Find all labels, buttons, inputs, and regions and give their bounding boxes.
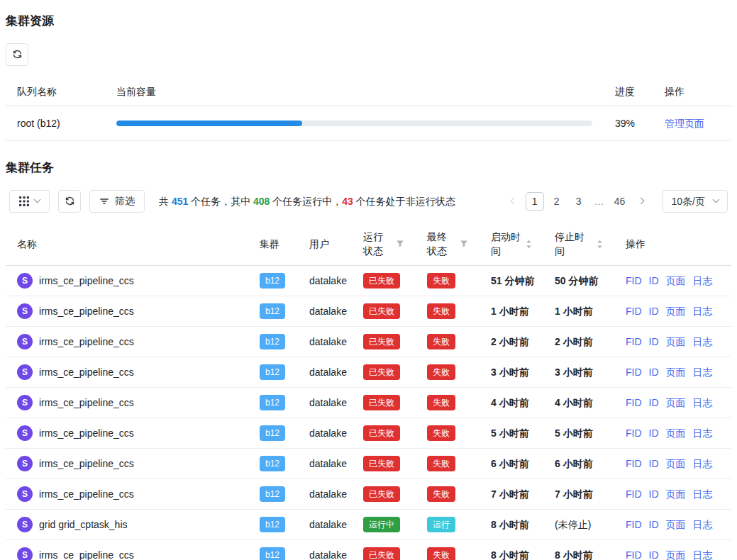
task-action-link[interactable]: 页面 xyxy=(666,396,686,410)
next-page-button[interactable] xyxy=(633,192,651,211)
run-status-badge: 已失败 xyxy=(363,395,400,410)
start-time: 6 小时前 xyxy=(491,458,529,469)
run-status-badge: 已失败 xyxy=(363,547,400,560)
task-action-link[interactable]: 页面 xyxy=(666,426,686,440)
task-name: irms_ce_pipeline_ccs xyxy=(39,426,134,440)
task-action-link[interactable]: ID xyxy=(649,365,659,379)
task-action-link[interactable]: 日志 xyxy=(693,365,713,379)
column-layout-button[interactable] xyxy=(9,190,50,213)
task-action-link[interactable]: 页面 xyxy=(666,548,686,560)
col-progress: 进度 xyxy=(604,77,653,106)
cluster-badge: b12 xyxy=(260,456,285,471)
task-action-link[interactable]: FID xyxy=(626,335,642,349)
task-action-link[interactable]: 日志 xyxy=(693,396,713,410)
task-action-link[interactable]: ID xyxy=(649,487,659,501)
task-action-link[interactable]: FID xyxy=(626,274,642,288)
run-status-filter-funnel-icon[interactable] xyxy=(396,240,404,248)
task-action-link[interactable]: ID xyxy=(649,517,659,532)
stop-time: 6 小时前 xyxy=(555,458,593,469)
task-action-link[interactable]: 日志 xyxy=(693,426,713,440)
task-avatar-icon: S xyxy=(17,517,33,532)
task-avatar-icon: S xyxy=(17,273,33,289)
page-button-46[interactable]: 46 xyxy=(611,192,629,211)
task-action-link[interactable]: 页面 xyxy=(666,517,686,532)
stop-time: 2 小时前 xyxy=(555,336,593,347)
task-avatar-icon: S xyxy=(17,303,33,319)
task-action-link[interactable]: ID xyxy=(649,457,659,471)
final-status-filter-funnel-icon[interactable] xyxy=(460,240,468,248)
col-user: 用户 xyxy=(298,223,352,266)
cluster-badge: b12 xyxy=(260,364,285,380)
task-row: S irms_ce_pipeline_ccs b12 datalake 已失败 … xyxy=(6,479,731,510)
task-action-link[interactable]: FID xyxy=(626,487,642,501)
task-action-link[interactable]: FID xyxy=(626,304,642,318)
task-action-link[interactable]: ID xyxy=(649,396,659,410)
final-status-badge: 运行 xyxy=(427,517,455,532)
page-button-2[interactable]: 2 xyxy=(548,192,566,211)
refresh-resources-button[interactable] xyxy=(6,43,28,66)
task-action-link[interactable]: 页面 xyxy=(666,274,686,288)
task-name: irms_ce_pipeline_ccs xyxy=(39,457,134,471)
task-row: S irms_ce_pipeline_ccs b12 datalake 已失败 … xyxy=(6,418,731,449)
task-actions: FIDID页面日志 xyxy=(626,365,720,379)
summary-text: 个任务运行中， xyxy=(270,196,342,207)
prev-page-button[interactable] xyxy=(504,192,522,211)
start-time: 8 小时前 xyxy=(491,549,529,560)
task-action-link[interactable]: FID xyxy=(626,457,642,471)
task-action-link[interactable]: ID xyxy=(649,426,659,440)
task-action-link[interactable]: FID xyxy=(626,396,642,410)
task-action-link[interactable]: ID xyxy=(649,335,659,349)
cluster-resources-title: 集群资源 xyxy=(6,13,731,30)
refresh-tasks-button[interactable] xyxy=(58,190,81,213)
task-count-green: 408 xyxy=(253,196,270,207)
task-user: datalake xyxy=(309,306,347,317)
task-action-link[interactable]: 日志 xyxy=(693,274,713,288)
task-actions: FIDID页面日志 xyxy=(626,426,720,440)
col-run-status-label: 运行状态 xyxy=(363,230,391,259)
task-avatar-icon: S xyxy=(17,364,33,380)
final-status-badge: 失败 xyxy=(427,547,455,560)
task-action-link[interactable]: FID xyxy=(626,517,642,532)
task-action-link[interactable]: 日志 xyxy=(693,517,713,532)
chevron-right-icon xyxy=(637,198,644,205)
col-final-status: 最终状态 xyxy=(416,223,480,266)
task-action-link[interactable]: 页面 xyxy=(666,335,686,349)
cluster-badge: b12 xyxy=(260,425,285,441)
task-name: irms_ce_pipeline_ccs xyxy=(39,365,134,379)
task-row: S irms_ce_pipeline_ccs b12 datalake 已失败 … xyxy=(6,388,731,418)
task-action-link[interactable]: FID xyxy=(626,426,642,440)
start-time-sort-icon[interactable] xyxy=(526,240,532,249)
task-actions: FIDID页面日志 xyxy=(626,274,720,288)
filter-button-label: 筛选 xyxy=(115,195,135,208)
page-button-1[interactable]: 1 xyxy=(526,192,544,211)
task-action-link[interactable]: ID xyxy=(649,304,659,318)
task-action-link[interactable]: 日志 xyxy=(693,548,713,560)
task-action-link[interactable]: ID xyxy=(649,548,659,560)
stop-time-sort-icon[interactable] xyxy=(597,240,603,249)
summary-text: 共 xyxy=(159,196,172,207)
task-name: irms_ce_pipeline_ccs xyxy=(39,335,134,349)
start-time: 8 小时前 xyxy=(491,519,529,530)
task-action-link[interactable]: 日志 xyxy=(693,335,713,349)
task-action-link[interactable]: ID xyxy=(649,274,659,288)
task-action-link[interactable]: 日志 xyxy=(693,487,713,501)
final-status-badge: 失败 xyxy=(427,303,455,319)
start-time: 51 分钟前 xyxy=(491,275,534,286)
task-action-link[interactable]: 页面 xyxy=(666,487,686,501)
task-action-link[interactable]: 日志 xyxy=(693,304,713,318)
task-action-link[interactable]: 页面 xyxy=(666,304,686,318)
start-time: 2 小时前 xyxy=(491,336,529,347)
manage-page-link[interactable]: 管理页面 xyxy=(665,118,704,129)
task-action-link[interactable]: FID xyxy=(626,548,642,560)
task-user: datalake xyxy=(309,336,347,347)
task-action-link[interactable]: FID xyxy=(626,365,642,379)
filter-button[interactable]: 筛选 xyxy=(89,190,145,213)
refresh-icon xyxy=(65,196,75,206)
page-size-select[interactable]: 10条/页 xyxy=(663,190,728,213)
task-action-link[interactable]: 日志 xyxy=(693,457,713,471)
col-run-status: 运行状态 xyxy=(352,223,416,266)
task-name: irms_ce_pipeline_ccs xyxy=(39,274,134,288)
task-action-link[interactable]: 页面 xyxy=(666,457,686,471)
page-button-3[interactable]: 3 xyxy=(570,192,588,211)
task-action-link[interactable]: 页面 xyxy=(666,365,686,379)
